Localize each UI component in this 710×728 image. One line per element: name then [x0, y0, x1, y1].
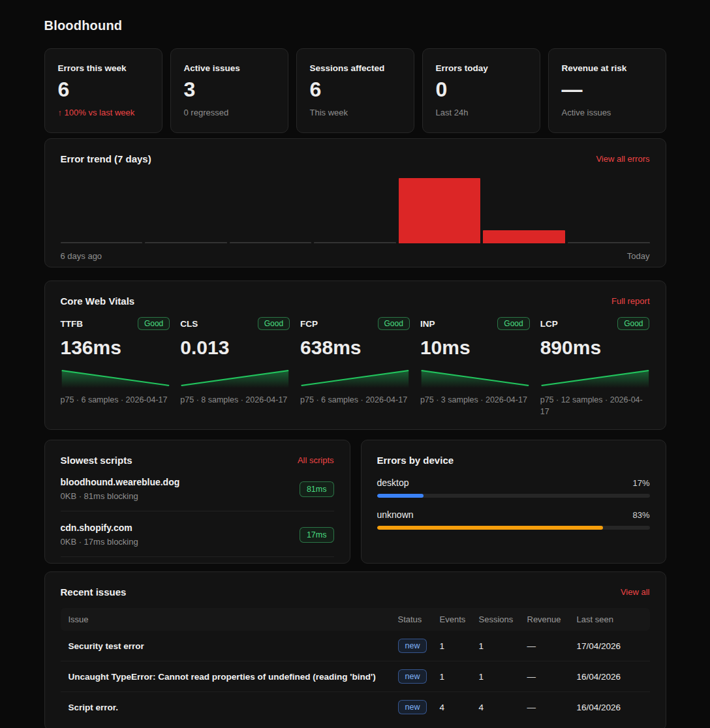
error-trend-card: Error trend (7 days) View all errors 6 d…	[44, 138, 666, 267]
script-host: bloodhound.weareblue.dog	[61, 477, 180, 487]
stat-label: Sessions affected	[310, 63, 401, 73]
stat-sub: Active issues	[562, 108, 653, 117]
stat-value: —	[562, 78, 653, 101]
issue-title: Security test error	[69, 641, 397, 651]
status-badge: Good	[258, 317, 290, 330]
script-row[interactable]: cdn.shopify.com 0KB · 17ms blocking 17ms	[61, 511, 334, 557]
table-header-row: Issue Status Events Sessions Revenue Las…	[61, 608, 650, 631]
recent-issues-title: Recent issues	[61, 586, 127, 598]
sparkline-chart	[420, 369, 530, 388]
dashboard: Bloodhound Errors this week 6 ↑ 100% vs …	[44, 18, 666, 728]
cwv-metric-lcp: LCP Good 890ms p75 · 12 samples · 2026-0…	[540, 317, 650, 417]
device-percent: 17%	[632, 478, 649, 488]
stat-label: Errors today	[436, 63, 527, 73]
col-header-events: Events	[440, 614, 478, 624]
cwv-metric-caption: p75 · 12 samples · 2026-04-17	[540, 394, 650, 417]
cwv-metric-value: 136ms	[61, 337, 170, 359]
sessions-count: 1	[479, 672, 526, 682]
status-badge: Good	[497, 317, 529, 330]
cwv-metric-ttfb: TTFB Good 136ms p75 · 6 samples · 2026-0…	[61, 317, 170, 417]
cwv-metric-fcp: FCP Good 638ms p75 · 6 samples · 2026-04…	[300, 317, 410, 417]
revenue-value: —	[527, 703, 576, 712]
status-badge: Good	[138, 317, 170, 330]
events-count: 1	[440, 641, 478, 651]
cwv-metric-inp: INP Good 10ms p75 · 3 samples · 2026-04-…	[420, 317, 530, 417]
trend-bar	[230, 242, 312, 243]
issue-title: Script error.	[69, 703, 397, 712]
cwv-metric-name: INP	[420, 319, 435, 329]
all-scripts-link[interactable]: All scripts	[298, 455, 334, 465]
stat-sub: Last 24h	[436, 108, 527, 117]
slowest-scripts-title: Slowest scripts	[61, 455, 132, 466]
cwv-metric-cls: CLS Good 0.013 p75 · 8 samples · 2026-04…	[180, 317, 290, 417]
cwv-metric-value: 890ms	[540, 337, 650, 359]
trend-x-end-label: Today	[627, 251, 650, 261]
last-seen-date: 17/04/2026	[577, 641, 642, 651]
status-badge: new	[398, 700, 427, 714]
stat-label: Active issues	[184, 63, 275, 73]
blocking-time-badge: 81ms	[300, 481, 334, 497]
stat-card-errors-today: Errors today 0 Last 24h	[422, 48, 540, 133]
status-badge: new	[398, 639, 427, 653]
col-header-issue: Issue	[69, 614, 397, 624]
sparkline-chart	[61, 369, 170, 388]
view-all-issues-link[interactable]: View all	[621, 587, 650, 597]
stat-delta: ↑ 100% vs last week	[58, 108, 149, 117]
cwv-metric-caption: p75 · 6 samples · 2026-04-17	[61, 394, 170, 406]
stat-sub: This week	[310, 108, 401, 117]
revenue-value: —	[527, 672, 576, 682]
trend-x-start-label: 6 days ago	[61, 251, 102, 261]
col-header-last-seen: Last seen	[577, 614, 642, 624]
stat-sub: 0 regressed	[184, 108, 275, 117]
progress-fill	[377, 494, 424, 498]
error-trend-bars	[61, 178, 650, 243]
sessions-count: 4	[479, 703, 526, 712]
device-label: unknown	[377, 509, 414, 520]
progress-fill	[377, 526, 604, 530]
script-host: cdn.shopify.com	[61, 523, 138, 533]
progress-bar	[377, 494, 650, 498]
issue-title: Uncaught TypeError: Cannot read properti…	[69, 672, 397, 682]
col-header-revenue: Revenue	[527, 614, 576, 624]
stat-label: Errors this week	[58, 63, 149, 73]
device-label: desktop	[377, 478, 409, 488]
device-item-desktop: desktop 17%	[377, 478, 650, 498]
cwv-title: Core Web Vitals	[61, 296, 135, 307]
stat-value: 0	[436, 78, 527, 101]
col-header-sessions: Sessions	[479, 614, 526, 624]
sessions-count: 1	[479, 641, 526, 651]
stat-label: Revenue at risk	[562, 63, 653, 73]
sparkline-chart	[540, 369, 650, 388]
error-trend-title: Error trend (7 days)	[61, 153, 151, 164]
full-report-link[interactable]: Full report	[611, 296, 650, 306]
sparkline-chart	[300, 369, 410, 388]
events-count: 4	[440, 703, 478, 712]
issues-table: Issue Status Events Sessions Revenue Las…	[61, 608, 650, 722]
trend-bar	[61, 242, 143, 243]
stat-card-errors-this-week: Errors this week 6 ↑ 100% vs last week	[44, 48, 162, 133]
stat-card-sessions-affected: Sessions affected 6 This week	[296, 48, 414, 133]
blocking-time-badge: 17ms	[300, 527, 334, 543]
stat-card-active-issues: Active issues 3 0 regressed	[170, 48, 288, 133]
errors-by-device-card: Errors by device desktop 17% unknown 83%	[361, 440, 666, 564]
script-row[interactable]: bloodhound.weareblue.dog 0KB · 81ms bloc…	[61, 466, 334, 511]
cwv-metric-name: TTFB	[61, 319, 84, 329]
trend-bar	[483, 230, 565, 243]
stat-value: 6	[310, 78, 401, 101]
view-all-errors-link[interactable]: View all errors	[596, 154, 649, 164]
table-row[interactable]: Uncaught TypeError: Cannot read properti…	[61, 661, 650, 692]
table-row[interactable]: Script error. new 4 4 — 16/04/2026	[61, 692, 650, 722]
trend-bar	[568, 242, 650, 243]
cwv-metric-value: 10ms	[420, 337, 530, 359]
cwv-metric-name: LCP	[540, 319, 558, 329]
stat-card-revenue-at-risk: Revenue at risk — Active issues	[548, 48, 666, 133]
table-row[interactable]: Security test error new 1 1 — 17/04/2026	[61, 631, 650, 661]
script-detail: 0KB · 81ms blocking	[61, 491, 180, 501]
cwv-metric-name: CLS	[180, 319, 198, 329]
cwv-metric-name: FCP	[300, 319, 318, 329]
core-web-vitals-card: Core Web Vitals Full report TTFB Good 13…	[44, 281, 666, 430]
trend-bar	[314, 242, 396, 243]
stat-value: 6	[58, 78, 149, 101]
trend-bar	[145, 242, 227, 243]
status-badge: Good	[378, 317, 410, 330]
